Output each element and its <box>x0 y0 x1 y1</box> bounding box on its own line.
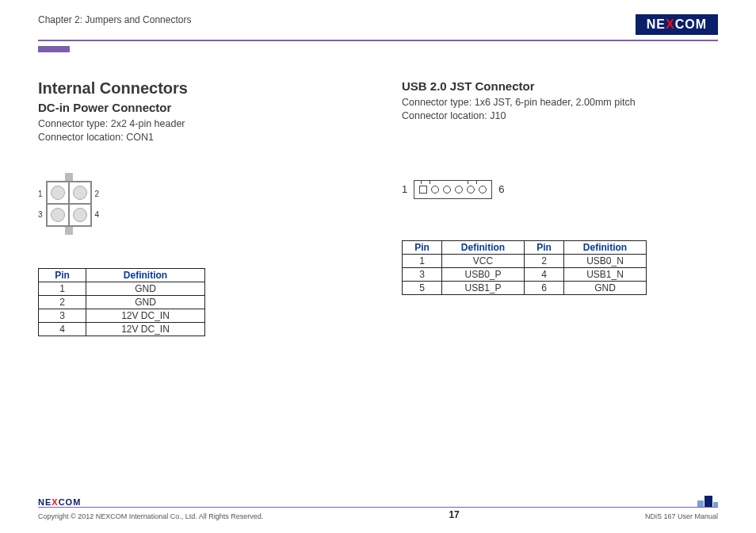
table-row: 3USB0_P4USB1_N <box>403 267 647 281</box>
page-number: 17 <box>449 509 459 520</box>
logo-left: NE <box>647 17 666 32</box>
left-column: Internal Connectors DC-in Power Connecto… <box>38 79 354 336</box>
jst-diagram: 1 6 <box>402 180 718 199</box>
jst-table: Pin Definition Pin Definition 1VCC2USB0_… <box>402 240 647 295</box>
left-subtitle: DC-in Power Connector <box>38 101 354 114</box>
jst-label-1: 1 <box>402 183 407 195</box>
th-pin2: Pin <box>525 240 564 254</box>
right-column: USB 2.0 JST Connector Connector type: 1x… <box>402 79 718 336</box>
right-desc2: Connector location: J10 <box>402 109 718 123</box>
top-rule <box>38 40 718 41</box>
table-row: 312V DC_IN <box>39 309 205 322</box>
table-row: 1GND <box>39 282 205 295</box>
manual-name: NDiS 167 User Manual <box>645 512 718 520</box>
logo: NEXCOM <box>636 14 718 35</box>
pin-label-1: 1 <box>38 190 43 198</box>
chapter-label: Chapter 2: Jumpers and Connectors <box>38 14 191 25</box>
tab-marker <box>38 46 70 52</box>
right-desc1: Connector type: 1x6 JST, 6-pin header, 2… <box>402 96 718 109</box>
jst-label-6: 6 <box>498 183 504 195</box>
pin-label-2: 2 <box>95 190 100 198</box>
footer-rule <box>38 507 718 508</box>
logo-x: X <box>666 17 675 32</box>
footer-logo: NEXCOM <box>38 497 81 507</box>
th-def: Definition <box>442 240 525 254</box>
dc-in-table: PinDefinition 1GND 2GND 312V DC_IN 412V … <box>38 268 205 336</box>
th-pin: Pin <box>39 268 86 282</box>
logo-right: COM <box>675 17 707 32</box>
section-title: Internal Connectors <box>38 79 354 98</box>
copyright: Copyright © 2012 NEXCOM International Co… <box>38 512 263 520</box>
table-row: 412V DC_IN <box>39 322 205 336</box>
th-def: Definition <box>86 268 205 282</box>
table-row: 2GND <box>39 295 205 309</box>
th-def2: Definition <box>564 240 647 254</box>
pin-label-3: 3 <box>38 210 43 219</box>
table-row: 1VCC2USB0_N <box>403 254 647 267</box>
left-desc1: Connector type: 2x2 4-pin header <box>38 117 354 131</box>
th-pin: Pin <box>403 240 442 254</box>
left-desc2: Connector location: CON1 <box>38 131 354 144</box>
pin-label-4: 4 <box>95 210 100 219</box>
right-subtitle: USB 2.0 JST Connector <box>402 79 718 93</box>
table-row: 5USB1_P6GND <box>403 281 647 294</box>
footer: NEXCOM Copyright © 2012 NEXCOM Internati… <box>38 493 718 521</box>
dc-in-diagram: 1 3 2 4 <box>38 181 354 227</box>
footer-deco-icon <box>697 493 718 507</box>
